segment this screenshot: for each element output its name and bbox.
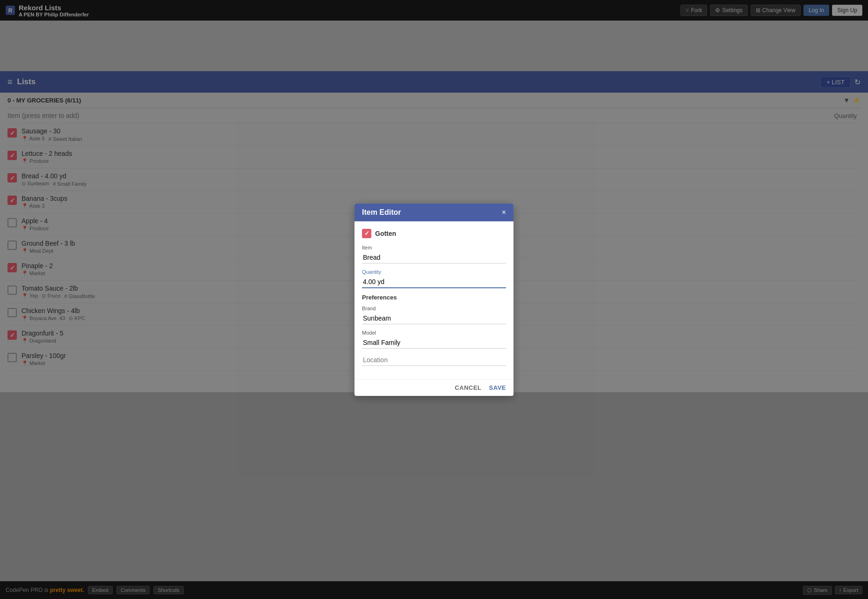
modal-footer: CANCEL SAVE <box>354 379 514 396</box>
gotten-row: Gotten <box>362 229 506 238</box>
model-label: Model <box>362 330 506 336</box>
item-label: Item <box>362 245 506 250</box>
gotten-label: Gotten <box>375 230 396 237</box>
item-input[interactable] <box>362 252 506 263</box>
modal-overlay[interactable]: Item Editor × Gotten Item Quantity Prefe… <box>0 0 868 599</box>
modal-close-button[interactable]: × <box>502 209 506 216</box>
preferences-title: Preferences <box>362 294 506 301</box>
quantity-label: Quantity <box>362 269 506 275</box>
modal-header: Item Editor × <box>354 204 514 221</box>
brand-label: Brand <box>362 306 506 311</box>
modal-title: Item Editor <box>362 208 401 217</box>
model-input[interactable] <box>362 337 506 349</box>
location-input[interactable] <box>362 354 506 366</box>
model-field-group: Model <box>362 330 506 349</box>
brand-input[interactable] <box>362 313 506 324</box>
gotten-checkbox[interactable] <box>362 229 371 238</box>
modal-body: Gotten Item Quantity Preferences Brand <box>354 221 514 379</box>
quantity-input[interactable] <box>362 276 506 288</box>
save-button[interactable]: SAVE <box>489 384 506 391</box>
item-field-group: Item <box>362 245 506 263</box>
cancel-button[interactable]: CANCEL <box>455 384 481 391</box>
quantity-field-group: Quantity <box>362 269 506 288</box>
location-field-group <box>362 354 506 366</box>
item-editor-modal: Item Editor × Gotten Item Quantity Prefe… <box>354 204 514 396</box>
brand-field-group: Brand <box>362 306 506 324</box>
